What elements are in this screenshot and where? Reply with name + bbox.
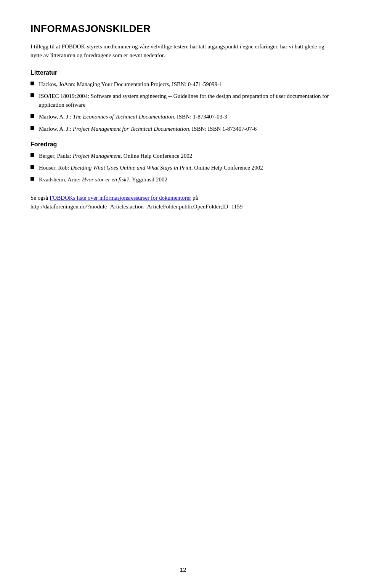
page-container: INFORMASJONSKILDER I tillegg til at FOBD… <box>0 0 366 242</box>
list-item-plain: Kvadsheim, Arne: <box>39 176 82 183</box>
list-item: Marlow, A. J.: The Economics of Technica… <box>30 112 336 121</box>
bullet-icon <box>30 93 34 97</box>
see-also-text: Se også FOBDOKs liste over informasjonsr… <box>30 194 336 211</box>
see-also-suffix: på <box>191 195 198 201</box>
bullet-icon <box>30 126 34 130</box>
list-item-italic: Project Management for Technical Documen… <box>73 126 189 132</box>
list-item-italic: Hvor stor er en fisk? <box>82 176 129 183</box>
list-item-end: , ISBN: 1-873407-03-3 <box>174 114 227 120</box>
bullet-icon <box>30 153 34 157</box>
list-item-plain: Marlow, A. J.: <box>39 114 73 120</box>
litteratur-list: Hackos, JoAnn: Managing Your Documentati… <box>30 80 336 133</box>
page-number: 12 <box>180 566 186 573</box>
foredrag-section: Foredrag Berger, Paula: Project Manageme… <box>30 141 336 184</box>
list-item-end: , Yggdrasil 2002 <box>129 176 167 183</box>
list-item-text: Marlow, A. J.: The Economics of Technica… <box>39 112 336 121</box>
bullet-icon <box>30 114 34 118</box>
list-item-text: Hackos, JoAnn: Managing Your Documentati… <box>39 80 336 89</box>
list-item-plain: Berger, Paula: <box>39 153 73 159</box>
list-item: Houser, Rob: Deciding What Goes Online a… <box>30 163 336 172</box>
list-item-plain: Marlow, A. J.: <box>39 126 73 132</box>
list-item: Berger, Paula: Project Management, Onlin… <box>30 152 336 160</box>
foredrag-list: Berger, Paula: Project Management, Onlin… <box>30 152 336 184</box>
page-title: INFORMASJONSKILDER <box>30 23 336 35</box>
see-also-url: http://dataforeningen.no/?module=Article… <box>30 203 242 210</box>
list-item-text: ISO/IEC 18019:2004: Software and system … <box>39 92 336 110</box>
list-item-text: Marlow, A. J.: Project Management for Te… <box>39 125 336 133</box>
list-item-end: , Online Help Conference 2002 <box>120 153 192 159</box>
list-item-text: Houser, Rob: Deciding What Goes Online a… <box>39 163 336 172</box>
list-item: Hackos, JoAnn: Managing Your Documentati… <box>30 80 336 89</box>
list-item: ISO/IEC 18019:2004: Software and system … <box>30 92 336 110</box>
list-item-italic: Deciding What Goes Online and What Stays… <box>71 165 191 171</box>
list-item-end: , ISBN: ISBN 1-873407-07-6 <box>189 126 257 132</box>
see-also-prefix: Se også <box>30 195 50 201</box>
list-item: Marlow, A. J.: Project Management for Te… <box>30 125 336 133</box>
bullet-icon <box>30 165 34 169</box>
see-also-link[interactable]: FOBDOKs liste over informasjonsressurser… <box>50 195 191 201</box>
intro-paragraph: I tillegg til at FOBDOK-styrets medlemme… <box>30 42 336 60</box>
foredrag-heading: Foredrag <box>30 141 336 148</box>
bullet-icon <box>30 82 34 85</box>
list-item-text: Kvadsheim, Arne: Hvor stor er en fisk?, … <box>39 175 336 184</box>
list-item: Kvadsheim, Arne: Hvor stor er en fisk?, … <box>30 175 336 184</box>
list-item-plain: Houser, Rob: <box>39 165 71 171</box>
list-item-italic: Project Management <box>73 153 121 159</box>
list-item-text: Berger, Paula: Project Management, Onlin… <box>39 152 336 160</box>
bullet-icon <box>30 177 34 181</box>
list-item-end: , Online Help Conference 2002 <box>191 165 263 171</box>
see-also-section: Se også FOBDOKs liste over informasjonsr… <box>30 194 336 211</box>
litteratur-heading: Litteratur <box>30 69 336 76</box>
list-item-italic: The Economics of Technical Documentation <box>73 114 174 120</box>
